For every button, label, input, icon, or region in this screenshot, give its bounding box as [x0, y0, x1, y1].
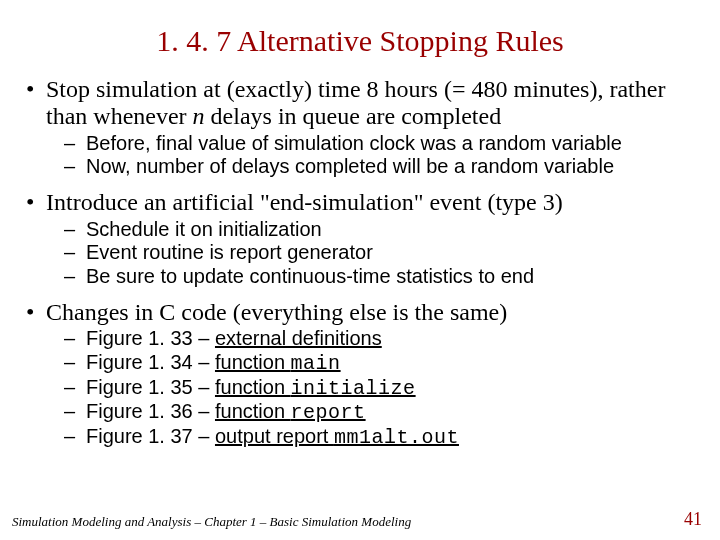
- link-text: function report: [215, 400, 366, 422]
- sub-bullet-list: Figure 1. 33 – external definitions Figu…: [46, 327, 698, 449]
- sub-bullet-item: Figure 1. 33 – external definitions: [46, 327, 698, 351]
- sub-text: Figure 1. 35 –: [86, 376, 215, 398]
- sub-bullet-item: Schedule it on initialization: [46, 218, 698, 242]
- link-text: function initialize: [215, 376, 416, 398]
- bullet-em: n: [193, 103, 205, 129]
- bullet-list: Stop simulation at (exactly) time 8 hour…: [22, 76, 698, 449]
- sub-text: Figure 1. 34 –: [86, 351, 215, 373]
- code-text: mm1alt.out: [334, 426, 459, 449]
- bullet-item: Introduce an artificial "end-simulation"…: [22, 189, 698, 289]
- bullet-item: Stop simulation at (exactly) time 8 hour…: [22, 76, 698, 179]
- slide-title: 1. 4. 7 Alternative Stopping Rules: [22, 24, 698, 58]
- link-text: external definitions: [215, 327, 382, 349]
- link-text: function main: [215, 351, 341, 373]
- page-number: 41: [684, 509, 702, 530]
- footer: Simulation Modeling and Analysis – Chapt…: [12, 514, 708, 530]
- sub-bullet-list: Before, final value of simulation clock …: [46, 132, 698, 179]
- sub-text: Figure 1. 37 –: [86, 425, 215, 447]
- sub-bullet-item: Event routine is report generator: [46, 241, 698, 265]
- sub-text: Figure 1. 36 –: [86, 400, 215, 422]
- sub-bullet-item: Figure 1. 36 – function report: [46, 400, 698, 425]
- bullet-text: delays in queue are completed: [205, 103, 502, 129]
- sub-bullet-item: Before, final value of simulation clock …: [46, 132, 698, 156]
- bullet-item: Changes in C code (everything else is th…: [22, 299, 698, 450]
- sub-bullet-item: Figure 1. 35 – function initialize: [46, 376, 698, 401]
- sub-text: Figure 1. 33 –: [86, 327, 215, 349]
- footer-text: Simulation Modeling and Analysis – Chapt…: [12, 514, 411, 529]
- bullet-text: Introduce an artificial "end-simulation"…: [46, 189, 563, 215]
- bullet-text: Changes in C code (everything else is th…: [46, 299, 507, 325]
- code-text: report: [291, 401, 366, 424]
- sub-bullet-item: Figure 1. 37 – output report mm1alt.out: [46, 425, 698, 450]
- sub-bullet-item: Figure 1. 34 – function main: [46, 351, 698, 376]
- code-text: initialize: [291, 377, 416, 400]
- sub-bullet-item: Now, number of delays completed will be …: [46, 155, 698, 179]
- code-text: main: [291, 352, 341, 375]
- sub-bullet-item: Be sure to update continuous-time statis…: [46, 265, 698, 289]
- sub-bullet-list: Schedule it on initialization Event rout…: [46, 218, 698, 289]
- link-text: output report mm1alt.out: [215, 425, 459, 447]
